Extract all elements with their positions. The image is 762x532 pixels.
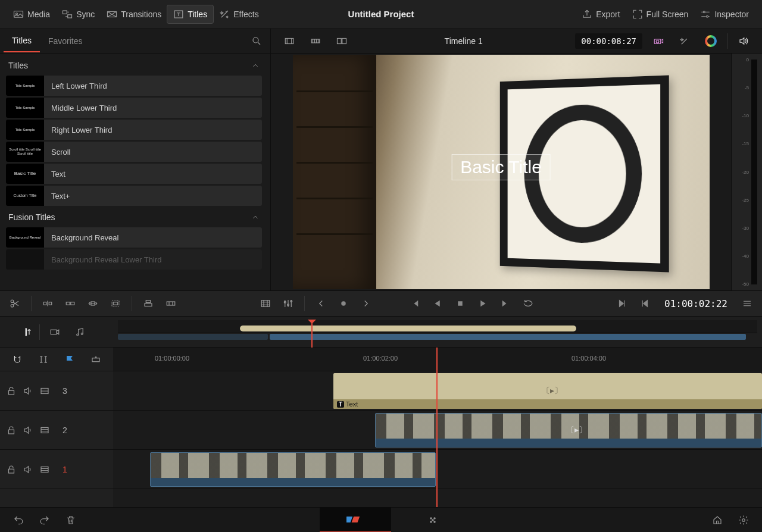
sync-button[interactable]: Sync <box>56 5 101 23</box>
mini-timeline[interactable] <box>0 317 762 348</box>
category-titles[interactable]: Titles <box>2 56 266 74</box>
add-marker[interactable] <box>86 349 106 370</box>
chevron-right-icon <box>361 298 371 309</box>
clip-video-1[interactable] <box>150 452 436 487</box>
clip-text[interactable]: 〔▸〕 TText <box>333 373 762 409</box>
track-header-3[interactable]: 3 <box>0 371 113 411</box>
title-item[interactable]: Basic TitleText <box>6 164 262 184</box>
closeup[interactable] <box>105 293 126 314</box>
svg-rect-40 <box>9 430 14 434</box>
colorwheel-button[interactable] <box>701 31 721 51</box>
track-3[interactable]: 〔▸〕 TText <box>113 371 762 411</box>
view-mode-2[interactable] <box>305 31 326 51</box>
timeline-name[interactable]: Timeline 1 <box>358 36 569 46</box>
viewer[interactable]: Basic Title <box>271 54 731 290</box>
title-overlay[interactable]: Basic Title <box>451 154 551 180</box>
redo-button[interactable] <box>35 510 55 530</box>
svg-rect-12 <box>342 38 346 43</box>
delete-button[interactable] <box>61 510 81 530</box>
append[interactable] <box>60 293 80 314</box>
title-item[interactable]: Background Reveal Lower Third <box>6 249 262 270</box>
search-button[interactable] <box>246 31 267 51</box>
loop[interactable] <box>518 293 538 314</box>
transitions-button[interactable]: Transitions <box>101 5 167 23</box>
tools-btn[interactable] <box>255 293 276 314</box>
title-item[interactable]: Title SampleLeft Lower Third <box>6 76 262 96</box>
undo-button[interactable] <box>8 510 29 530</box>
transport-timecode[interactable]: 01:00:02:22 <box>664 298 727 309</box>
fullscreen-button[interactable]: Full Screen <box>626 5 695 23</box>
view-mode-3[interactable] <box>332 31 352 51</box>
title-item[interactable]: Background RevealBackground Reveal <box>6 227 262 248</box>
film-icon[interactable] <box>39 386 50 396</box>
title-item[interactable]: Custom TitleText+ <box>6 186 262 206</box>
effects-button[interactable]: Effects <box>213 5 265 23</box>
cut-tool[interactable] <box>5 293 25 314</box>
title-item[interactable]: Scroll title Scroll title Scroll titleSc… <box>6 142 262 162</box>
tracks-body[interactable]: 01:00:00:00 01:00:02:00 01:00:04:00 〔▸〕 … <box>113 348 762 507</box>
svg-point-49 <box>434 521 435 522</box>
mute-button[interactable] <box>733 31 754 51</box>
fullscreen-icon <box>632 9 643 20</box>
page-edit[interactable] <box>397 508 469 533</box>
next-edit[interactable] <box>612 293 632 314</box>
speaker-icon[interactable] <box>23 386 33 396</box>
inspector-button[interactable]: Inspector <box>694 5 755 23</box>
film-icon[interactable] <box>39 464 50 475</box>
record[interactable] <box>333 293 354 314</box>
viewer-timecode[interactable]: 00:00:08:27 <box>575 33 642 49</box>
prev-edit2[interactable] <box>311 293 331 314</box>
inspector-label: Inspector <box>714 10 749 19</box>
track-header-2[interactable]: 2 <box>0 411 113 450</box>
smart-insert[interactable] <box>38 293 58 314</box>
titles-browser[interactable]: Titles Title SampleLeft Lower Third Titl… <box>0 54 271 290</box>
go-end[interactable] <box>495 293 516 314</box>
lock-icon[interactable] <box>6 425 17 436</box>
place-on-top[interactable] <box>138 293 158 314</box>
clip-video-2[interactable]: 〔▸〕 <box>375 413 762 447</box>
play[interactable] <box>473 293 493 314</box>
inspector-icon <box>700 9 711 20</box>
playhead[interactable] <box>436 348 438 507</box>
category-fusion[interactable]: Fusion Titles <box>2 208 266 226</box>
speaker-icon[interactable] <box>23 425 33 436</box>
page-cut[interactable] <box>320 508 391 533</box>
snap-toggle[interactable] <box>7 349 27 370</box>
timeline-ruler[interactable]: 01:00:00:00 01:00:02:00 01:00:04:00 <box>113 348 762 371</box>
stop[interactable] <box>450 293 470 314</box>
settings-button[interactable] <box>733 510 754 530</box>
go-start[interactable] <box>405 293 425 314</box>
media-button[interactable]: Media <box>7 5 56 23</box>
source-overwrite[interactable] <box>161 293 181 314</box>
timeline[interactable]: 3 2 1 01:00:00:00 01:00:02:00 01:00:04:0… <box>0 348 762 507</box>
film-icon[interactable] <box>39 425 50 436</box>
track-1[interactable] <box>113 450 762 489</box>
sliders-btn[interactable] <box>278 293 298 314</box>
export-button[interactable]: Export <box>576 5 626 23</box>
play-reverse[interactable] <box>427 293 448 314</box>
tab-titles[interactable]: Titles <box>4 30 40 52</box>
ripple-overwrite[interactable] <box>83 293 103 314</box>
title-item[interactable]: Title SampleRight Lower Third <box>6 120 262 140</box>
track-header-1[interactable]: 1 <box>0 450 113 489</box>
video-only[interactable] <box>45 322 65 342</box>
marker-tool[interactable] <box>33 349 54 370</box>
prev-edit[interactable] <box>635 293 655 314</box>
timeline-menu[interactable] <box>737 293 757 314</box>
bottom-bar <box>0 507 762 532</box>
lock-icon[interactable] <box>6 386 17 396</box>
next-edit2[interactable] <box>356 293 376 314</box>
quicktool-button[interactable] <box>674 31 695 51</box>
view-mode-1[interactable] <box>279 31 299 51</box>
bypass-button[interactable] <box>648 31 669 51</box>
track-2[interactable]: 〔▸〕 <box>113 411 762 450</box>
home-button[interactable] <box>707 510 727 530</box>
titles-button[interactable]: Titles <box>167 5 213 23</box>
title-item[interactable]: Title SampleMiddle Lower Third <box>6 98 262 118</box>
lock-icon[interactable] <box>6 464 17 475</box>
flag-tool[interactable] <box>60 349 80 370</box>
sync-icon <box>62 9 73 20</box>
speaker-icon[interactable] <box>23 464 33 475</box>
tab-favorites[interactable]: Favorites <box>40 30 91 52</box>
audio-only[interactable] <box>70 322 90 342</box>
